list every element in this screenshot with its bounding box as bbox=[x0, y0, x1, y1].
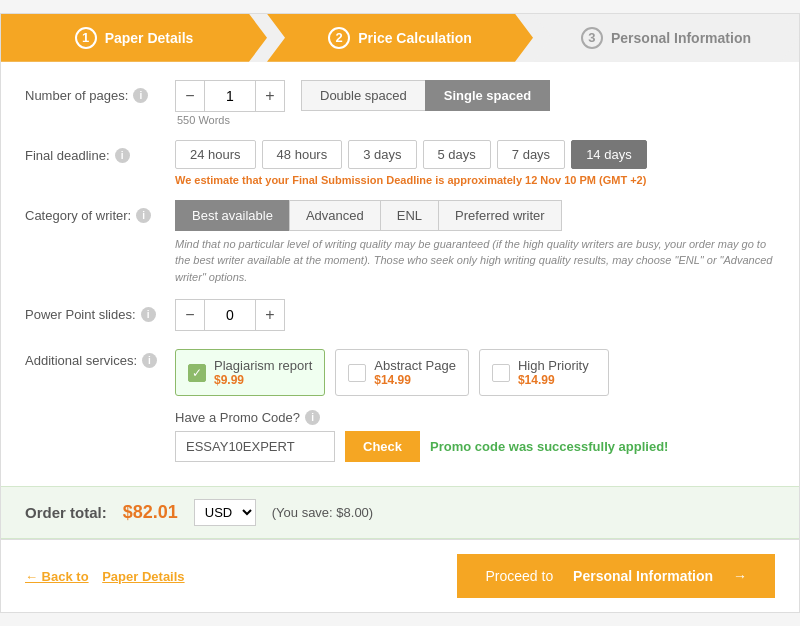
step-3-label: Personal Information bbox=[611, 30, 751, 46]
plagiarism-checkbox: ✓ bbox=[188, 364, 206, 382]
pages-increment-button[interactable]: + bbox=[255, 80, 285, 112]
services-content: ✓ Plagiarism report $9.99 Abstract Page … bbox=[175, 345, 775, 396]
writer-row: Category of writer: i Best available Adv… bbox=[25, 200, 775, 286]
plagiarism-info: Plagiarism report $9.99 bbox=[214, 358, 312, 387]
abstract-info: Abstract Page $14.99 bbox=[374, 358, 456, 387]
writer-note: Mind that no particular level of writing… bbox=[175, 236, 775, 286]
pages-row: Number of pages: i − 1 + Double spaced S… bbox=[25, 80, 775, 126]
step-2[interactable]: 2 Price Calculation bbox=[267, 14, 533, 62]
slides-content: − 0 + bbox=[175, 299, 775, 331]
double-spaced-button[interactable]: Double spaced bbox=[301, 80, 425, 111]
slides-increment-button[interactable]: + bbox=[255, 299, 285, 331]
back-link[interactable]: ← Back to Paper Details bbox=[25, 569, 185, 584]
slides-stepper: − 0 + bbox=[175, 299, 775, 331]
step-1[interactable]: 1 Paper Details bbox=[1, 14, 267, 62]
writer-advanced-button[interactable]: Advanced bbox=[289, 200, 380, 231]
slides-label: Power Point slides: i bbox=[25, 299, 175, 322]
priority-label: High Priority bbox=[518, 358, 589, 373]
abstract-checkbox bbox=[348, 364, 366, 382]
pages-row-inner: − 1 + Double spaced Single spaced bbox=[175, 80, 775, 112]
deadline-14d-button[interactable]: 14 days bbox=[571, 140, 647, 169]
promo-success-message: Promo code was successfully applied! bbox=[430, 439, 668, 454]
deadline-row: Final deadline: i 24 hours 48 hours 3 da… bbox=[25, 140, 775, 186]
pages-stepper: − 1 + bbox=[175, 80, 285, 112]
writer-content: Best available Advanced ENL Preferred wr… bbox=[175, 200, 775, 286]
promo-check-button[interactable]: Check bbox=[345, 431, 420, 462]
priority-price: $14.99 bbox=[518, 373, 589, 387]
pages-label: Number of pages: i bbox=[25, 80, 175, 103]
step-1-circle: 1 bbox=[75, 27, 97, 49]
footer-bar: ← Back to Paper Details Proceed to Perso… bbox=[1, 539, 799, 612]
slides-info-icon[interactable]: i bbox=[141, 307, 156, 322]
abstract-label: Abstract Page bbox=[374, 358, 456, 373]
deadline-7d-button[interactable]: 7 days bbox=[497, 140, 565, 169]
proceed-bold: Personal Information bbox=[573, 568, 713, 584]
priority-info: High Priority $14.99 bbox=[518, 358, 589, 387]
promo-label: Have a Promo Code? i bbox=[175, 410, 775, 425]
spacing-buttons: Double spaced Single spaced bbox=[301, 80, 550, 111]
services-label: Additional services: i bbox=[25, 345, 175, 368]
slides-value: 0 bbox=[205, 299, 255, 331]
promo-input[interactable] bbox=[175, 431, 335, 462]
step-3-circle: 3 bbox=[581, 27, 603, 49]
words-hint: 550 Words bbox=[177, 114, 775, 126]
currency-select[interactable]: USD EUR GBP bbox=[194, 499, 256, 526]
deadline-buttons: 24 hours 48 hours 3 days 5 days 7 days 1… bbox=[175, 140, 775, 169]
promo-info-icon[interactable]: i bbox=[305, 410, 320, 425]
writer-buttons: Best available Advanced ENL Preferred wr… bbox=[175, 200, 775, 231]
order-total-amount: $82.01 bbox=[123, 502, 178, 523]
step-1-label: Paper Details bbox=[105, 30, 194, 46]
service-priority[interactable]: High Priority $14.99 bbox=[479, 349, 609, 396]
promo-row: Check Promo code was successfully applie… bbox=[175, 431, 775, 462]
services-row: Additional services: i ✓ Plagiarism repo… bbox=[25, 345, 775, 396]
pages-value: 1 bbox=[205, 80, 255, 112]
pages-decrement-button[interactable]: − bbox=[175, 80, 205, 112]
step-3[interactable]: 3 Personal Information bbox=[533, 14, 799, 62]
services-list: ✓ Plagiarism report $9.99 Abstract Page … bbox=[175, 349, 775, 396]
proceed-arrow: → bbox=[733, 568, 747, 584]
steps-header: 1 Paper Details 2 Price Calculation 3 Pe… bbox=[1, 14, 799, 62]
proceed-button[interactable]: Proceed to Personal Information → bbox=[457, 554, 775, 598]
abstract-price: $14.99 bbox=[374, 373, 456, 387]
writer-info-icon[interactable]: i bbox=[136, 208, 151, 223]
proceed-label: Proceed to bbox=[485, 568, 553, 584]
order-total-bar: Order total: $82.01 USD EUR GBP (You sav… bbox=[1, 486, 799, 539]
deadline-hint: We estimate that your Final Submission D… bbox=[175, 174, 775, 186]
deadline-content: 24 hours 48 hours 3 days 5 days 7 days 1… bbox=[175, 140, 775, 186]
slides-decrement-button[interactable]: − bbox=[175, 299, 205, 331]
step-2-circle: 2 bbox=[328, 27, 350, 49]
deadline-label: Final deadline: i bbox=[25, 140, 175, 163]
deadline-24h-button[interactable]: 24 hours bbox=[175, 140, 256, 169]
writer-enl-button[interactable]: ENL bbox=[380, 200, 438, 231]
services-info-icon[interactable]: i bbox=[142, 353, 157, 368]
deadline-48h-button[interactable]: 48 hours bbox=[262, 140, 343, 169]
deadline-5d-button[interactable]: 5 days bbox=[423, 140, 491, 169]
order-total-label: Order total: bbox=[25, 504, 107, 521]
service-plagiarism[interactable]: ✓ Plagiarism report $9.99 bbox=[175, 349, 325, 396]
back-paper-details: Paper Details bbox=[102, 569, 184, 584]
priority-checkbox bbox=[492, 364, 510, 382]
pages-content: − 1 + Double spaced Single spaced 550 Wo… bbox=[175, 80, 775, 126]
deadline-info-icon[interactable]: i bbox=[115, 148, 130, 163]
single-spaced-button[interactable]: Single spaced bbox=[425, 80, 550, 111]
writer-label: Category of writer: i bbox=[25, 200, 175, 223]
writer-preferred-button[interactable]: Preferred writer bbox=[438, 200, 562, 231]
service-abstract[interactable]: Abstract Page $14.99 bbox=[335, 349, 469, 396]
step-2-label: Price Calculation bbox=[358, 30, 472, 46]
back-label: ← Back to bbox=[25, 569, 89, 584]
plagiarism-price: $9.99 bbox=[214, 373, 312, 387]
promo-section: Have a Promo Code? i Check Promo code wa… bbox=[25, 410, 775, 462]
slides-row: Power Point slides: i − 0 + bbox=[25, 299, 775, 331]
plagiarism-label: Plagiarism report bbox=[214, 358, 312, 373]
form-area: Number of pages: i − 1 + Double spaced S… bbox=[1, 62, 799, 477]
main-container: 1 Paper Details 2 Price Calculation 3 Pe… bbox=[0, 13, 800, 614]
deadline-date: 12 Nov 10 PM (GMT +2) bbox=[525, 174, 646, 186]
you-save-label: (You save: $8.00) bbox=[272, 505, 373, 520]
deadline-3d-button[interactable]: 3 days bbox=[348, 140, 416, 169]
pages-info-icon[interactable]: i bbox=[133, 88, 148, 103]
writer-best-button[interactable]: Best available bbox=[175, 200, 289, 231]
